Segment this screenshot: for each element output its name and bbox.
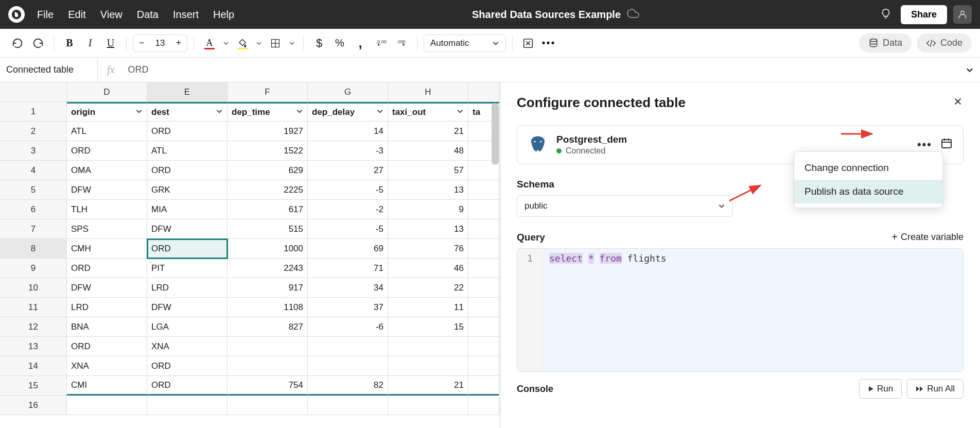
cell[interactable] (388, 356, 468, 376)
comma-format-button[interactable]: , (351, 34, 370, 53)
cell-overflow[interactable] (468, 259, 499, 278)
percent-format-button[interactable]: % (330, 34, 349, 53)
increase-decimal-button[interactable]: .00.0 (392, 34, 411, 53)
cell[interactable]: ORD (67, 259, 147, 278)
cell[interactable]: DFW (147, 219, 227, 239)
user-menu-button[interactable] (953, 5, 972, 24)
cell[interactable]: ATL (147, 141, 227, 161)
font-size-stepper[interactable]: − 13 + (133, 35, 187, 52)
cell[interactable]: 1522 (227, 141, 308, 161)
data-panel-button[interactable]: Data (859, 33, 912, 53)
cell-overflow[interactable] (468, 376, 499, 396)
cell[interactable]: MIA (147, 200, 227, 219)
cell[interactable]: 1000 (227, 239, 308, 259)
cell[interactable] (388, 337, 468, 356)
borders-dropdown-icon[interactable] (287, 34, 297, 53)
document-title[interactable]: Shared Data Sources Example (472, 9, 621, 21)
publish-data-source-item[interactable]: Publish as data source (794, 180, 942, 203)
column-filter-icon[interactable] (376, 107, 383, 117)
cell[interactable]: CMI (67, 376, 147, 396)
cell[interactable]: ORD (147, 356, 227, 376)
column-filter-icon[interactable] (296, 107, 303, 117)
cell[interactable]: 11 (388, 298, 468, 317)
cell-overflow[interactable] (468, 356, 499, 376)
cell[interactable]: 13 (388, 219, 468, 239)
run-button[interactable]: Run (859, 379, 902, 399)
table-header[interactable]: dep_time (227, 102, 308, 122)
close-panel-button[interactable] (952, 96, 964, 110)
cell[interactable]: 22 (388, 278, 468, 298)
cell[interactable]: LRD (147, 278, 227, 298)
cell[interactable]: DFW (67, 180, 147, 200)
table-header[interactable]: taxi_out (388, 102, 468, 122)
cell-overflow[interactable] (468, 298, 499, 317)
cell-overflow[interactable] (468, 337, 499, 356)
cell[interactable]: -5 (308, 180, 388, 200)
row-header-11[interactable]: 11 (0, 298, 67, 317)
font-size-value[interactable]: 13 (150, 38, 170, 48)
cell[interactable]: 2225 (227, 180, 308, 200)
query-code[interactable]: select * from flights (543, 249, 963, 371)
cell[interactable]: 1927 (227, 122, 308, 141)
cell[interactable]: 917 (227, 278, 308, 298)
fill-color-dropdown-icon[interactable] (254, 34, 264, 53)
cell[interactable]: 21 (388, 376, 468, 396)
cell[interactable]: 13 (388, 180, 468, 200)
column-filter-icon[interactable] (457, 107, 464, 117)
cell[interactable]: OMA (67, 161, 147, 180)
row-header-6[interactable]: 6 (0, 200, 67, 219)
more-options-button[interactable]: ••• (539, 34, 558, 53)
row-header-12[interactable]: 12 (0, 317, 67, 337)
cell[interactable]: ORD (147, 161, 227, 180)
currency-format-button[interactable]: $ (310, 34, 328, 53)
cell[interactable]: PIT (147, 259, 227, 278)
cell[interactable]: ORD (147, 376, 227, 396)
cell[interactable] (308, 396, 388, 415)
formula-input[interactable]: ORD (124, 64, 959, 75)
cell[interactable]: 1108 (227, 298, 308, 317)
cell[interactable]: 27 (308, 161, 388, 180)
column-filter-icon[interactable] (216, 107, 223, 117)
cell[interactable] (227, 396, 308, 415)
query-editor[interactable]: 1 select * from flights (517, 248, 964, 372)
formula-expand-button[interactable] (959, 66, 980, 74)
cell[interactable]: 71 (308, 259, 388, 278)
menu-help[interactable]: Help (213, 9, 234, 21)
cell[interactable]: 37 (308, 298, 388, 317)
borders-button[interactable] (266, 34, 285, 53)
cell[interactable]: XNA (67, 356, 147, 376)
underline-button[interactable]: U (101, 34, 120, 53)
cell[interactable]: 46 (388, 259, 468, 278)
cell[interactable]: 629 (227, 161, 308, 180)
cell[interactable]: -5 (308, 219, 388, 239)
menu-data[interactable]: Data (137, 9, 159, 21)
col-header-F[interactable]: F (227, 82, 308, 102)
cell[interactable]: 827 (227, 317, 308, 337)
code-panel-button[interactable]: Code (917, 33, 972, 53)
row-header-9[interactable]: 9 (0, 259, 67, 278)
row-header-16[interactable]: 16 (0, 396, 67, 415)
italic-button[interactable]: I (81, 34, 99, 53)
cell-overflow[interactable] (468, 200, 499, 219)
cell[interactable]: XNA (147, 337, 227, 356)
vertical-scrollbar[interactable] (492, 103, 499, 165)
cell[interactable]: BNA (67, 317, 147, 337)
cell[interactable] (388, 396, 468, 415)
cell[interactable]: 14 (308, 122, 388, 141)
menu-edit[interactable]: Edit (68, 9, 85, 21)
cell[interactable] (227, 356, 308, 376)
cell[interactable]: DFW (147, 298, 227, 317)
font-size-increase[interactable]: + (170, 35, 187, 52)
cell[interactable] (67, 396, 147, 415)
cell[interactable]: TLH (67, 200, 147, 219)
cell[interactable]: -2 (308, 200, 388, 219)
col-header-E[interactable]: E (147, 82, 227, 102)
cell[interactable] (227, 337, 308, 356)
cell[interactable]: 34 (308, 278, 388, 298)
cell[interactable]: 21 (388, 122, 468, 141)
cell[interactable]: 9 (388, 200, 468, 219)
cell[interactable]: 82 (308, 376, 388, 396)
row-header-14[interactable]: 14 (0, 356, 67, 376)
table-header[interactable]: dep_delay (308, 102, 388, 122)
column-filter-icon[interactable] (135, 107, 143, 117)
